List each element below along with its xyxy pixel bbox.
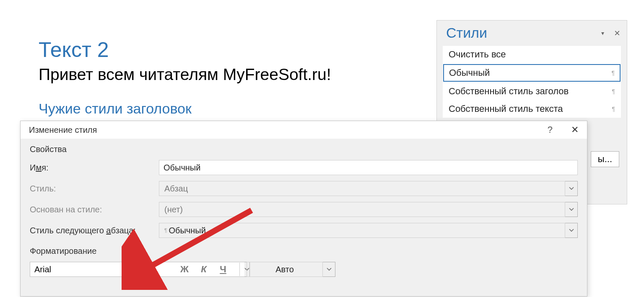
chevron-down-icon xyxy=(565,181,578,196)
name-label: Имя: xyxy=(30,163,159,173)
divider xyxy=(239,263,240,276)
underline-button[interactable]: Ч xyxy=(213,262,233,277)
name-input[interactable] xyxy=(159,160,578,175)
next-style-combo[interactable]: ¶Обычный xyxy=(159,223,578,238)
styles-pane-header: Стили ▾ × xyxy=(437,21,627,45)
next-style-label: Стиль следующего абзаца: xyxy=(30,226,159,235)
bold-italic-underline-group: Ж К Ч xyxy=(175,262,233,277)
based-on-row: Основан на стиле: (нет) xyxy=(30,202,578,217)
font-color-value: Авто xyxy=(247,262,323,277)
font-input[interactable] xyxy=(30,262,145,277)
style-item-clear-all[interactable]: Очистить все xyxy=(443,46,621,63)
styles-pane-close-icon[interactable]: × xyxy=(614,27,620,39)
formatting-section-title: Форматирование xyxy=(30,246,578,256)
style-item-label: Собственный стиль текста xyxy=(449,103,563,114)
styles-pane-title: Стили xyxy=(446,25,601,41)
style-item-label: Очистить все xyxy=(449,49,506,60)
style-type-value: Абзац xyxy=(159,181,565,196)
size-combo[interactable] xyxy=(130,262,166,277)
doc-subheading: Чужие стили заголовок xyxy=(39,101,419,117)
dialog-title: Изменение стиля xyxy=(29,125,548,135)
style-item-label: Собственный стиль заголов xyxy=(449,86,569,97)
style-item-custom-text[interactable]: Собственный стиль текста ¶ xyxy=(443,100,621,118)
style-type-combo: Абзац xyxy=(159,181,578,196)
name-row: Имя: xyxy=(30,160,578,175)
styles-pane-options-icon[interactable]: ▾ xyxy=(601,30,604,36)
dialog-titlebar: Изменение стиля ? ✕ xyxy=(21,121,587,139)
doc-heading: Текст 2 xyxy=(39,38,419,62)
next-style-value: ¶Обычный xyxy=(159,223,565,238)
next-style-row: Стиль следующего абзаца: ¶Обычный xyxy=(30,223,578,238)
dialog-body: Свойства Имя: Стиль: Абзац Основан на ст… xyxy=(21,139,587,277)
chevron-down-icon[interactable] xyxy=(323,262,335,277)
font-color-combo[interactable]: Авто xyxy=(247,262,335,277)
doc-text-line: Привет всем читателям MyFreeSoft.ru! xyxy=(39,65,419,84)
based-on-label: Основан на стиле: xyxy=(30,205,159,214)
italic-button[interactable]: К xyxy=(194,262,213,277)
based-on-value: (нет) xyxy=(159,202,565,217)
style-type-label: Стиль: xyxy=(30,184,159,194)
dialog-help-icon[interactable]: ? xyxy=(548,124,553,135)
styles-options-button[interactable]: ы... xyxy=(591,151,619,167)
based-on-combo: (нет) xyxy=(159,202,578,217)
style-item-normal[interactable]: Обычный ¶ xyxy=(443,64,621,82)
style-item-custom-heading[interactable]: Собственный стиль заголов ¶ xyxy=(443,83,621,100)
style-item-label: Обычный xyxy=(449,67,490,78)
style-type-row: Стиль: Абзац xyxy=(30,181,578,196)
properties-section-title: Свойства xyxy=(30,145,578,154)
pilcrow-icon: ¶ xyxy=(612,88,615,95)
bold-button[interactable]: Ж xyxy=(175,262,194,277)
pilcrow-icon: ¶ xyxy=(612,106,615,112)
modify-style-dialog: Изменение стиля ? ✕ Свойства Имя: Стиль:… xyxy=(20,121,587,297)
formatting-row: Ж К Ч Авто xyxy=(30,262,578,277)
dialog-close-icon[interactable]: ✕ xyxy=(571,124,579,135)
styles-list: Очистить все Обычный ¶ Собственный стиль… xyxy=(443,45,621,118)
chevron-down-icon xyxy=(565,202,578,217)
font-combo[interactable] xyxy=(30,262,127,277)
pilcrow-icon: ¶ xyxy=(611,70,615,76)
chevron-down-icon[interactable] xyxy=(565,223,578,238)
